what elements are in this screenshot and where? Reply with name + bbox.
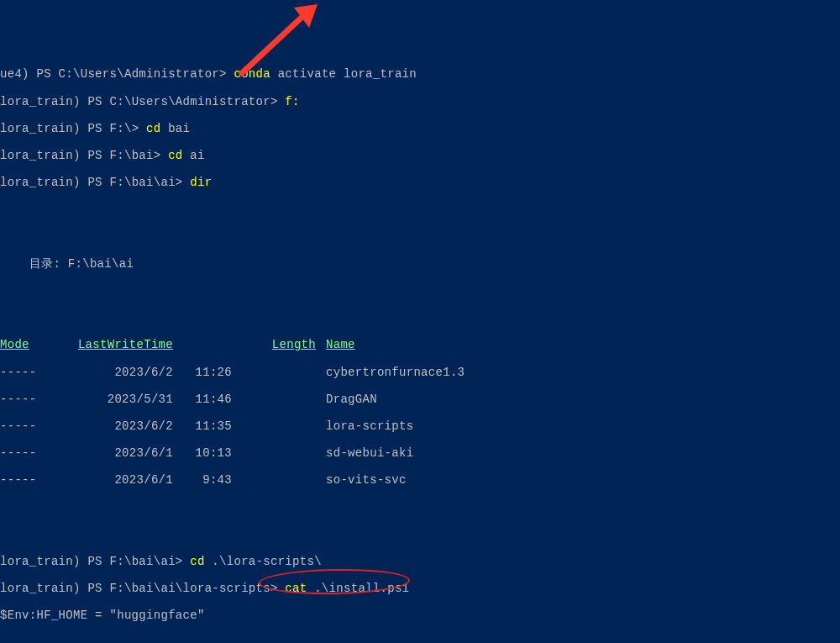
hdr-length: Length [235, 338, 319, 351]
command-cat: cat [285, 582, 314, 595]
dir-row: -----2023/6/19:43 so-vits-svc [0, 473, 840, 487]
command-drive: f: [285, 95, 299, 108]
prompt-text: PS F:\bai\ai\lora-scripts> [81, 582, 286, 595]
cell-name: sd-webui-aki [319, 446, 413, 460]
command-args: bai [168, 122, 190, 135]
hdr-name: Name [319, 338, 355, 351]
prompt-text: PS F:\bai\ai> [81, 555, 191, 568]
dir-row: -----2023/6/211:26 cybertronfurnace1.3 [0, 366, 840, 379]
dir-row: -----2023/5/3111:46 DragGAN [0, 393, 840, 406]
svg-marker-1 [294, 4, 318, 28]
cell-time: 11:26 [185, 366, 235, 379]
cell-time: 9:43 [185, 473, 235, 487]
hdr-mode: Mode [0, 338, 50, 351]
dir-row: -----2023/6/110:13 sd-webui-aki [0, 446, 840, 460]
cell-name: so-vits-svc [319, 473, 407, 487]
command-cd: cd [190, 555, 212, 568]
env-prefix: lora_train) [0, 176, 81, 189]
cell-date: 2023/6/1 [50, 446, 185, 460]
prompt-text: PS C:\Users\Administrator> [81, 95, 286, 108]
cell-time: 11:35 [185, 419, 235, 433]
dir-path-heading: 目录: F:\bai\ai [0, 257, 840, 271]
command-args: activate lora_train [278, 67, 417, 81]
cell-date: 2023/6/2 [50, 366, 185, 379]
command-dir: dir [190, 176, 212, 189]
dir-header-row: ModeLastWriteTime LengthName [0, 338, 840, 351]
prompt-text: PS F:\bai\ai> [81, 176, 191, 189]
env-prefix: lora_train) [0, 149, 81, 162]
env-prefix: lora_train) [0, 555, 81, 568]
cell-time: 11:46 [185, 393, 235, 406]
cell-time: 10:13 [185, 446, 235, 460]
cell-date: 2023/6/2 [50, 419, 185, 433]
terminal-output[interactable]: ue4) PS C:\Users\Administrator> conda ac… [0, 54, 840, 643]
prompt-text: PS F:\bai> [81, 149, 168, 162]
script-line: $Env:HF_HOME = "huggingface" [0, 609, 840, 622]
cell-name: cybertronfurnace1.3 [319, 366, 465, 379]
command-cd: cd [168, 149, 190, 162]
cell-name: DragGAN [319, 393, 377, 406]
cell-name: lora-scripts [319, 419, 413, 433]
hdr-lastwritetime: LastWriteTime [50, 338, 185, 351]
command-args: ai [190, 149, 204, 162]
env-prefix: lora_train) [0, 582, 81, 595]
prompt-text: PS C:\Users\Administrator> [29, 67, 234, 81]
env-prefix: lora_train) [0, 95, 81, 108]
cell-date: 2023/5/31 [50, 393, 185, 406]
cell-date: 2023/6/1 [50, 473, 185, 487]
prompt-text: PS F:\> [81, 122, 146, 135]
command-args: .\lora-scripts\ [212, 555, 322, 568]
env-prefix: ue4) [0, 67, 29, 81]
command-args: .\install.ps1 [314, 582, 409, 595]
command-cd: cd [146, 122, 168, 135]
command-conda: conda [234, 67, 277, 81]
dir-row: -----2023/6/211:35 lora-scripts [0, 419, 840, 433]
env-prefix: lora_train) [0, 122, 81, 135]
